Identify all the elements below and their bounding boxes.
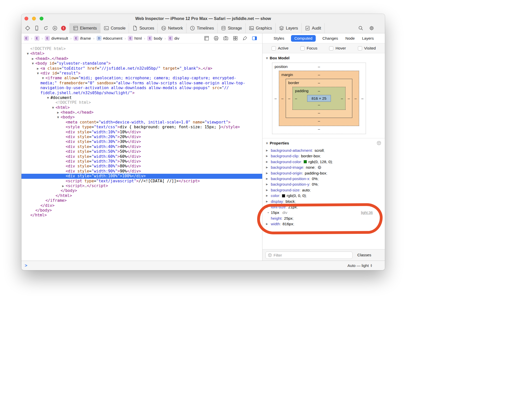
console-prompt[interactable]: > (25, 263, 27, 268)
position-right-value[interactable]: – (359, 71, 366, 126)
computed-property-background-position-y[interactable]: ▶background-position-y:0%; (262, 182, 385, 187)
dom-tree-row[interactable]: ▼#document (21, 95, 262, 100)
titlebar[interactable]: Web Inspector — iPhone 12 Pro Max — Safa… (21, 14, 385, 23)
border-bottom-value[interactable]: – (318, 111, 320, 115)
dom-tree-row[interactable]: ▼<html> (21, 105, 262, 110)
toolbar-tab-storage[interactable]: Storage (218, 23, 246, 33)
toolbar-tab-audit[interactable]: Audit (302, 23, 325, 33)
dom-tree-row[interactable]: <script type="text/javascript">//<![CDAT… (21, 179, 262, 184)
grid-button[interactable] (233, 36, 238, 41)
dom-tree-row[interactable]: <div style="width:50%">50%</div> (21, 149, 262, 154)
margin-left-value[interactable]: – (279, 79, 286, 118)
content-size[interactable]: 816 × 25 (307, 95, 331, 102)
screenshot-button[interactable] (223, 36, 228, 41)
hover-toggle[interactable]: Hover (329, 46, 346, 51)
active-toggle[interactable]: Active (272, 46, 288, 51)
zoom-button[interactable] (40, 17, 43, 20)
toolbar-tab-layers[interactable]: Layers (276, 23, 302, 33)
toolbar-tab-sources[interactable]: Sources (129, 23, 158, 33)
border-right-value[interactable]: – (345, 87, 352, 110)
disclosure-triangle[interactable]: ▼ (266, 204, 268, 210)
disclosure-triangle[interactable]: ▶ (266, 159, 268, 165)
disclosure-triangle[interactable]: ▼ (31, 61, 35, 66)
dom-tree-row[interactable]: <!DOCTYPE html> (21, 100, 262, 105)
source-link[interactable]: light:36 (361, 210, 373, 215)
tab-node[interactable]: Node (345, 35, 355, 42)
disclosure-triangle[interactable]: ▼ (26, 51, 30, 56)
properties-header[interactable]: ▼ Properties (262, 138, 385, 147)
padding-top-value[interactable]: – (318, 89, 320, 93)
active-checkbox[interactable] (272, 46, 276, 51)
toolbar-tab-network[interactable]: Network (158, 23, 187, 33)
appearance-selector[interactable]: Auto — light ▲▼ (348, 263, 372, 268)
dom-tree-row[interactable]: ▶<head>…</head> (21, 110, 262, 115)
computed-property-background-color[interactable]: ▶background-color:rgb(0, 128, 0); (262, 159, 385, 165)
position-bottom-value[interactable]: – (318, 127, 320, 131)
visited-checkbox[interactable] (358, 46, 362, 51)
close-button[interactable] (24, 17, 28, 20)
dom-tree-row[interactable]: ▶<head>…</head> (21, 56, 262, 61)
disclosure-triangle[interactable]: ▶ (266, 170, 268, 176)
computed-property-height[interactable]: height:25px; (262, 216, 385, 221)
disclosure-triangle[interactable]: ▶ (266, 193, 268, 198)
margin-top-value[interactable]: – (318, 72, 320, 77)
dom-tree-row-selected[interactable]: <div style="width:100%">100%</div> (21, 174, 262, 179)
breadcrumb-item[interactable]: E (35, 36, 39, 41)
color-swatch[interactable] (282, 194, 285, 197)
disclosure-triangle[interactable]: ▶ (61, 184, 65, 188)
hover-checkbox[interactable] (329, 46, 333, 51)
dom-tree-row[interactable]: </body> (21, 208, 262, 213)
disclosure-triangle[interactable]: ▼ (51, 105, 55, 110)
sidebar-toggle-button[interactable] (252, 36, 257, 41)
dom-tree-row[interactable]: <div style="width:30%">30%</div> (21, 139, 262, 144)
reload-button[interactable] (43, 26, 48, 31)
dom-tree-row[interactable]: </html> (21, 193, 262, 198)
dom-tree-row[interactable]: ▼<div id="result"> (21, 71, 262, 76)
filter-properties-icon[interactable] (377, 141, 381, 145)
computed-property-background-origin[interactable]: ▶background-origin:padding-box; (262, 170, 385, 176)
goto-arrow-icon[interactable] (317, 165, 322, 169)
minimize-button[interactable] (32, 17, 36, 20)
computed-property-color[interactable]: ▶color:rgb(0, 0, 0); (262, 193, 385, 198)
computed-property-width[interactable]: ▶width:816px; (262, 221, 385, 227)
dom-tree-row[interactable]: <!DOCTYPE html> (21, 46, 262, 51)
device-button[interactable] (34, 26, 39, 31)
dom-tree-row[interactable]: </iframe> (21, 198, 262, 203)
property-trace-row[interactable]: •15pxdivlight:36 (262, 210, 385, 215)
disclosure-triangle[interactable]: ▶ (31, 56, 35, 61)
dom-tree-row[interactable]: </body> (21, 188, 262, 193)
dom-tree-row[interactable]: ▼<body> (21, 115, 262, 120)
breadcrumb-item-iframe[interactable]: Eiframe (74, 36, 91, 41)
dom-tree-row[interactable]: </html> (21, 213, 262, 218)
position-top-value[interactable]: – (318, 64, 320, 69)
settings-button[interactable] (369, 26, 374, 31)
rulers-button[interactable] (204, 36, 209, 41)
computed-property-background-position-x[interactable]: ▶background-position-x:0%; (262, 176, 385, 182)
tab-layers[interactable]: Layers (361, 35, 374, 42)
disclosure-triangle[interactable]: ▶ (266, 199, 268, 204)
position-left-value[interactable]: – (272, 71, 279, 126)
visited-toggle[interactable]: Visited (358, 46, 376, 51)
dom-tree-row[interactable]: <div style="width:60%">60%</div> (21, 154, 262, 159)
breadcrumb-item-div[interactable]: Ediv (168, 36, 179, 41)
toolbar-tab-elements[interactable]: Elements (70, 23, 100, 33)
tab-styles[interactable]: Styles (273, 35, 285, 42)
computed-property-display[interactable]: ▶display:block; (262, 199, 385, 204)
padding-bottom-value[interactable]: – (318, 103, 320, 107)
filter-input[interactable] (274, 253, 350, 257)
box-model-header[interactable]: ▼ Box Model (262, 53, 385, 62)
download-button[interactable] (52, 26, 58, 31)
breadcrumb-item-body[interactable]: Ebody (147, 36, 162, 41)
disclosure-triangle[interactable]: ▶ (56, 110, 60, 115)
inspect-target-button[interactable] (25, 26, 30, 31)
disclosure-triangle[interactable]: ▼ (41, 76, 45, 81)
dom-tree-row[interactable]: <style type="text/css">div { background:… (21, 125, 262, 130)
disclosure-triangle[interactable]: ▶ (36, 66, 40, 71)
issues-badge[interactable]: ! (61, 26, 66, 31)
disclosure-triangle[interactable]: ▼ (266, 57, 268, 60)
search-button[interactable] (358, 26, 363, 31)
border-top-value[interactable]: – (318, 81, 320, 85)
filter-field[interactable] (265, 252, 353, 259)
print-button[interactable] (214, 36, 219, 41)
dom-tree-row[interactable]: <div style="width:10%">10%</div> (21, 130, 262, 135)
